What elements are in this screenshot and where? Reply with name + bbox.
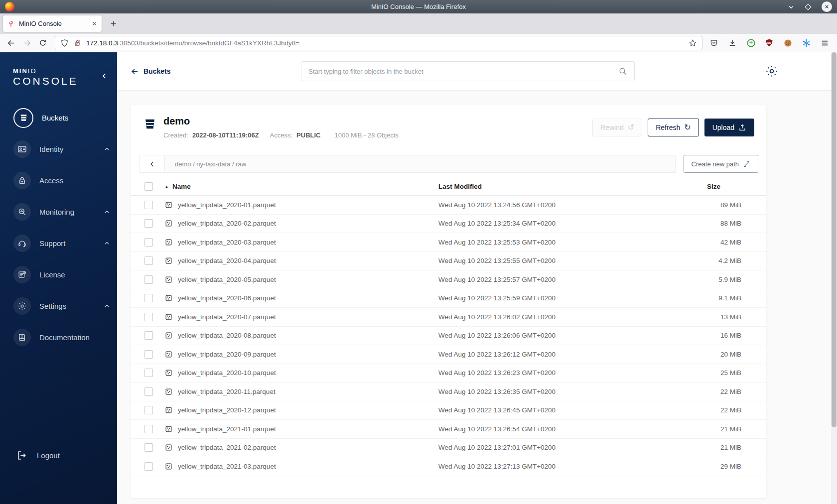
close-tab-icon[interactable] [92,21,97,26]
row-checkbox[interactable] [144,387,153,396]
sidebar-item-documentation[interactable]: Documentation [0,322,117,353]
object-name[interactable]: yellow_tripdata_2021-01.parquet [178,425,276,433]
object-row[interactable]: yellow_tripdata_2020-02.parquet Wed Aug … [131,215,766,234]
gear-icon [13,297,31,315]
sidebar-item-access[interactable]: Access [0,165,117,196]
chevron-up-icon[interactable] [104,240,110,247]
object-modified: Wed Aug 10 2022 13:26:35 GMT+0200 [438,388,682,395]
object-name[interactable]: yellow_tripdata_2020-03.parquet [178,239,276,246]
object-row[interactable]: yellow_tripdata_2020-11.parquet Wed Aug … [131,382,766,401]
object-name[interactable]: yellow_tripdata_2021-02.parquet [178,444,276,451]
object-filter-search[interactable] [301,61,635,81]
object-row[interactable]: yellow_tripdata_2020-04.parquet Wed Aug … [131,252,766,271]
object-row[interactable]: yellow_tripdata_2020-09.parquet Wed Aug … [131,345,766,364]
extension-asterisk-icon[interactable] [799,35,814,50]
upload-button[interactable]: Upload [704,119,754,136]
tab-minio-console[interactable]: MinIO Console [3,15,102,32]
object-row[interactable]: yellow_tripdata_2021-02.parquet Wed Aug … [131,439,766,458]
object-name[interactable]: yellow_tripdata_2020-02.parquet [178,220,276,227]
chevron-up-icon[interactable] [104,209,110,215]
rewind-button[interactable]: Rewind ↺ [592,119,642,136]
object-row[interactable]: yellow_tripdata_2020-08.parquet Wed Aug … [131,327,766,346]
url-text[interactable]: 172.18.0.3:30503/buckets/demo/browse/bnk… [86,39,684,47]
object-name[interactable]: yellow_tripdata_2020-07.parquet [178,313,276,321]
object-row[interactable]: yellow_tripdata_2020-05.parquet Wed Aug … [131,270,766,289]
create-new-path-button[interactable]: Create new path [684,155,758,173]
row-checkbox[interactable] [144,406,153,414]
object-name[interactable]: yellow_tripdata_2020-06.parquet [178,294,276,302]
back-icon[interactable] [3,35,19,50]
tracking-shield-icon[interactable] [60,39,69,47]
chevron-up-icon[interactable] [104,303,110,309]
column-name[interactable]: ▲ Name [164,183,438,190]
url-bar[interactable]: 172.18.0.3:30503/buckets/demo/browse/bnk… [55,36,702,50]
object-name[interactable]: yellow_tripdata_2020-09.parquet [178,351,276,358]
sidebar-item-license[interactable]: License [0,259,117,290]
row-checkbox[interactable] [144,350,153,359]
breadcrumb-path[interactable]: demo / ny-taxi-data / raw [165,155,246,172]
sidebar-item-monitoring[interactable]: Monitoring [0,196,117,228]
object-size: 42 MiB [682,239,741,246]
select-all-checkbox[interactable] [144,182,153,191]
row-checkbox[interactable] [144,425,153,433]
row-checkbox[interactable] [144,256,153,265]
bucket-icon [13,108,33,128]
refresh-button[interactable]: Refresh ↻ [648,119,698,136]
object-row[interactable]: yellow_tripdata_2020-12.parquet Wed Aug … [131,401,766,420]
sidebar-collapse-icon[interactable] [101,72,108,80]
bookmark-star-icon[interactable] [689,39,697,47]
row-checkbox[interactable] [144,219,153,228]
cookie-icon[interactable] [780,35,795,50]
sidebar-item-identity[interactable]: Identity [0,133,117,165]
row-checkbox[interactable] [144,275,153,284]
object-size: 20 MiB [682,351,741,358]
downloads-icon[interactable] [725,35,740,50]
sidebar-item-settings[interactable]: Settings [0,290,117,322]
insecure-lock-icon[interactable] [73,39,82,47]
object-modified: Wed Aug 10 2022 13:27:13 GMT+0200 [438,463,682,470]
sidebar-item-buckets[interactable]: Buckets [0,102,117,133]
row-checkbox[interactable] [144,313,153,321]
object-name[interactable]: yellow_tripdata_2020-08.parquet [178,332,276,339]
new-tab-icon[interactable] [106,16,121,31]
object-name[interactable]: yellow_tripdata_2020-10.parquet [178,369,276,377]
object-row[interactable]: yellow_tripdata_2021-03.parquet Wed Aug … [131,457,766,476]
object-row[interactable]: yellow_tripdata_2020-06.parquet Wed Aug … [131,289,766,308]
path-back-icon[interactable] [140,155,165,172]
object-name[interactable]: yellow_tripdata_2020-04.parquet [178,257,276,264]
search-input[interactable] [308,68,618,75]
sidebar-item-support[interactable]: Support [0,228,117,259]
object-name[interactable]: yellow_tripdata_2020-11.parquet [178,388,276,395]
object-row[interactable]: yellow_tripdata_2020-03.parquet Wed Aug … [131,233,766,252]
page-scrollbar-thumb[interactable] [832,52,837,427]
object-name[interactable]: yellow_tripdata_2020-12.parquet [178,406,276,414]
object-name[interactable]: yellow_tripdata_2020-05.parquet [178,276,276,283]
close-window-icon[interactable] [822,1,832,12]
row-checkbox[interactable] [144,369,153,377]
row-checkbox[interactable] [144,201,153,209]
object-row[interactable]: yellow_tripdata_2020-07.parquet Wed Aug … [131,308,766,327]
row-checkbox[interactable] [144,462,153,471]
row-checkbox[interactable] [144,443,153,452]
object-name[interactable]: yellow_tripdata_2021-03.parquet [178,463,276,470]
row-checkbox[interactable] [144,331,153,340]
object-name[interactable]: yellow_tripdata_2020-01.parquet [178,201,276,209]
forward-icon[interactable] [19,35,35,50]
page-scrollbar[interactable] [831,52,837,504]
settings-gear-icon[interactable] [765,65,778,78]
sidebar-item-logout[interactable]: Logout [0,445,117,465]
menu-hamburger-icon[interactable] [817,35,832,50]
pocket-icon[interactable] [706,35,721,50]
chevron-up-icon[interactable] [104,146,110,152]
object-row[interactable]: yellow_tripdata_2021-01.parquet Wed Aug … [131,420,766,439]
extension-green-icon[interactable] [743,35,758,50]
back-to-buckets-link[interactable]: Buckets [131,67,170,76]
ublock-shield-icon[interactable]: uO [762,35,777,50]
object-row[interactable]: yellow_tripdata_2020-01.parquet Wed Aug … [131,196,766,215]
row-checkbox[interactable] [144,238,153,247]
reload-icon[interactable] [35,35,51,50]
minimize-icon[interactable] [788,3,795,10]
row-checkbox[interactable] [144,294,153,302]
object-row[interactable]: yellow_tripdata_2020-10.parquet Wed Aug … [131,364,766,383]
maximize-icon[interactable] [805,3,812,10]
